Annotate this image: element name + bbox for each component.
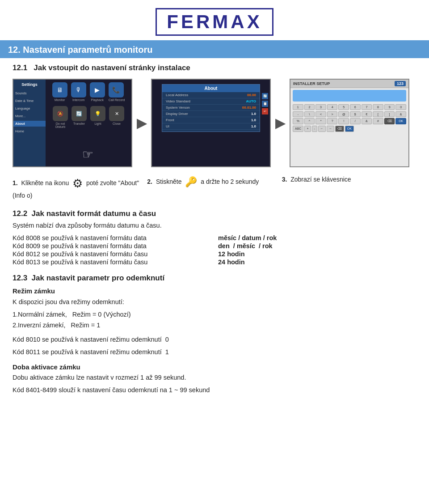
playback-icon: ▶ [90, 82, 105, 97]
key-lbracket[interactable]: [ [373, 111, 383, 117]
about-row-front: Front 1.0 [162, 117, 260, 123]
key-backslash[interactable]: \ [304, 111, 315, 117]
screen2-icon-1: 🔄 [262, 93, 268, 99]
sidebar-item-datetime: Date & Time [13, 98, 46, 104]
code-row-8013: Kód 8013 se používá k nastavení formátu … [13, 258, 416, 266]
doba-text1: Dobu aktivace zámku lze nastavit v rozme… [13, 373, 416, 383]
key-lt[interactable]: < [315, 111, 326, 117]
lock-title: Režim zámku [13, 287, 416, 295]
call-record-icon: 📞 [109, 82, 124, 97]
key-8[interactable]: 8 [373, 104, 383, 110]
screen2-side-icons: 🔄 📋 ↩ [262, 93, 268, 114]
key-2[interactable]: 2 [304, 104, 315, 110]
transfer-icon: 🔄 [72, 106, 87, 121]
key-plus[interactable]: + [304, 126, 311, 132]
key-star[interactable]: * [315, 118, 326, 124]
gear-icon: ⚙ [72, 175, 83, 191]
key-rbracket[interactable]: ] [384, 111, 395, 117]
code-row-8012: Kód 8012 se používá k nastavení formátu … [13, 250, 416, 258]
screen1-sidebar: Settings Sounds Date & Time Language Mor… [13, 80, 46, 166]
section-12-2: 12.2 Jak nastavit formát datumu a času S… [13, 209, 416, 266]
screen1-main: 🖥 Monitor 🎙 Intercom ▶ Playback 📞 Call R… [46, 80, 131, 166]
key-ok2[interactable]: OK [345, 126, 354, 132]
sidebar-item-sounds: Sounds [13, 90, 46, 96]
key-excl[interactable]: ! [338, 118, 349, 124]
screen2-icon-3: ↩ [262, 108, 268, 114]
key-question[interactable]: ? [327, 118, 338, 124]
key-0[interactable]: 0 [395, 104, 406, 110]
key-amp2[interactable]: & [362, 118, 372, 124]
key-ok[interactable]: OK [395, 118, 406, 124]
lock-item-1: 1.Normální zámek, Režim = 0 (Výchozí) [13, 309, 416, 320]
about-title: About [162, 85, 260, 92]
lock-intro: K dispozici jsou dva režimy odemknutí: [13, 297, 416, 307]
about-row-display-driver: Display Driver 1.0 [162, 111, 260, 117]
sidebar-item-home: Home [13, 128, 46, 134]
screen1-bottom-row: 🔕 Do notDisturb 🔄 Transfer 💡 Light ✕ Clo… [53, 106, 124, 128]
key-percent[interactable]: % [293, 118, 303, 124]
key-euro[interactable]: € [362, 111, 372, 117]
section-12-3: 12.3 Jak nastavit parametr pro odemknutí… [13, 274, 416, 395]
key-left[interactable]: ← [318, 126, 326, 132]
section-heading-bar: 12. Nastavení parametrů monitoru [0, 42, 429, 58]
section-heading-text: 12. Nastavení parametrů monitoru [8, 45, 152, 55]
keypad-row-3: % ^ * ? ! / & # ⌫ OK [290, 118, 408, 125]
screen2-about: About Local Address 00.00 Video Standard… [151, 79, 271, 167]
arrow-2: ▶ [275, 116, 285, 131]
screen1-settings: Settings Sounds Date & Time Language Mor… [13, 79, 132, 167]
about-panel: About Local Address 00.00 Video Standard… [162, 84, 260, 132]
sidebar-item-language: Language [13, 106, 46, 111]
steps-description: 1. Klikněte na ikonu ⚙ poté zvolte "Abou… [13, 175, 416, 200]
key-4[interactable]: 4 [327, 104, 338, 110]
subsection-12-1-title: 12.1 Jak vstoupit do nastavení stránky i… [13, 64, 416, 72]
doba-title: Doba aktivace zámku [13, 363, 416, 371]
key-gt[interactable]: > [327, 111, 338, 117]
page-content: 12.1 Jak vstoupit do nastavení stránky i… [0, 64, 429, 412]
screen3-keypad: INSTALLER SETUP 123 1 2 3 4 5 6 7 8 9 0 … [290, 79, 409, 167]
lock-items: 1.Normální zámek, Režim = 0 (Výchozí) 2.… [13, 309, 416, 330]
keypad-header: INSTALLER SETUP 123 [290, 80, 408, 88]
key-dollar[interactable]: $ [350, 111, 361, 117]
key-backspace2[interactable]: ⌫ [335, 126, 344, 132]
code-row-8009: Kód 8009 se používá k nastavení formátu … [13, 242, 416, 250]
keypad-input[interactable] [293, 90, 406, 102]
arrow-1: ▶ [137, 116, 147, 131]
doba-text2: Kód 8401-8499 slouží k nastavení času od… [13, 385, 416, 395]
about-row-video-standard: Video Standard AUTO [162, 98, 260, 105]
screen1-sidebar-title: Settings [21, 82, 38, 87]
key-abc[interactable]: ABC [293, 126, 303, 132]
do-not-disturb-icon: 🔕 [53, 106, 68, 121]
installer-setup-label: INSTALLER SETUP [293, 81, 330, 86]
fermax-logo: FERMAX [156, 8, 273, 36]
key-1[interactable]: 1 [293, 104, 303, 110]
key-minus[interactable]: - [293, 111, 303, 117]
hand-pointer-icon: ☞ [82, 147, 93, 162]
key-icon: 🔑 [185, 175, 197, 189]
key-slash[interactable]: / [350, 118, 361, 124]
keypad-row-2: - \ < > @ $ € [ ] & [290, 111, 408, 118]
lock-item-2: 2.Inverzní zámekí, Režim = 1 [13, 320, 416, 330]
key-7[interactable]: 7 [362, 104, 372, 110]
key-9[interactable]: 9 [384, 104, 395, 110]
key-at[interactable]: @ [338, 111, 349, 117]
step-2: 2. Stiskněte 🔑 a držte ho 2 sekundy [147, 175, 282, 200]
screen2-icon-2: 📋 [262, 101, 268, 107]
keypad-number: 123 [395, 81, 406, 86]
sidebar-item-more: More... [13, 113, 46, 119]
lock-code-8011: Kód 8011 se používá k nastavení režimu o… [13, 347, 416, 357]
key-hash[interactable]: # [373, 118, 383, 124]
sidebar-item-about: About [13, 121, 46, 127]
key-3[interactable]: 3 [315, 104, 326, 110]
key-right[interactable]: → [327, 126, 334, 132]
code-row-8008: Kód 8008 se používá k nastavení formátu … [13, 234, 416, 241]
section-12-2-intro: Systém nabízí dva způsoby formátu datumu… [13, 221, 416, 231]
key-caret[interactable]: ^ [304, 118, 315, 124]
key-amp[interactable]: & [395, 111, 406, 117]
key-6[interactable]: 6 [350, 104, 361, 110]
key-backspace[interactable]: ⌫ [384, 118, 395, 124]
light-icon: 💡 [90, 106, 105, 121]
section-12-2-title: 12.2 Jak nastavit formát datumu a času [13, 209, 416, 218]
key-5[interactable]: 5 [338, 104, 349, 110]
about-row-ui: UI 1.0 [162, 123, 260, 130]
key-minus2[interactable]: - [312, 126, 317, 132]
